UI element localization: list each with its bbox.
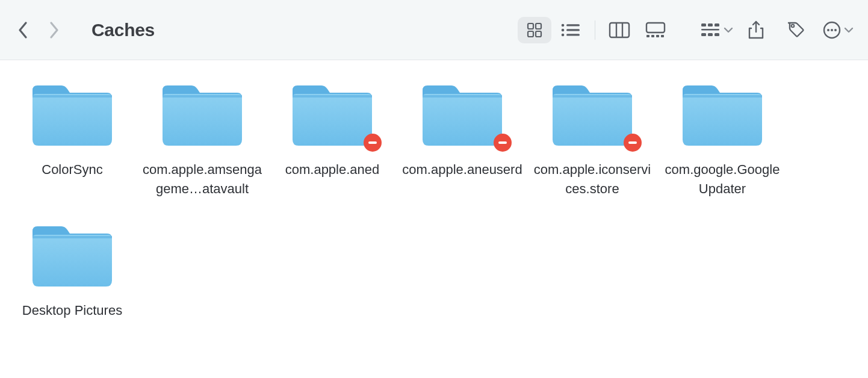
folder-icon	[678, 82, 767, 149]
toolbar: Caches	[0, 0, 868, 60]
tag-icon	[786, 20, 806, 40]
svg-rect-15	[651, 35, 654, 37]
svg-rect-0	[528, 23, 533, 29]
folder-icon	[158, 82, 247, 149]
folder-label: Desktop Pictures	[22, 301, 122, 320]
folder-icon	[28, 223, 117, 290]
folder-item[interactable]: com.apple.amsengageme…atavault	[137, 82, 267, 199]
svg-rect-16	[656, 35, 659, 37]
svg-rect-32	[163, 95, 242, 98]
svg-rect-14	[646, 35, 649, 37]
svg-rect-22	[701, 33, 706, 36]
folder-label: com.apple.aneuserd	[402, 160, 522, 179]
folder-item[interactable]: Desktop Pictures	[7, 223, 137, 320]
svg-rect-13	[646, 23, 665, 33]
svg-rect-17	[661, 35, 664, 37]
folder-label: com.apple.aned	[285, 160, 380, 179]
chevron-down-icon	[724, 26, 733, 34]
folder-item[interactable]: com.apple.aneuserd	[397, 82, 527, 199]
back-button[interactable]	[14, 22, 31, 39]
view-list-button[interactable]	[554, 17, 587, 43]
grid-icon	[525, 21, 544, 39]
svg-point-30	[834, 29, 837, 31]
folder-item[interactable]: com.apple.iconservices.store	[527, 82, 657, 199]
svg-rect-23	[708, 33, 713, 36]
svg-point-8	[562, 33, 565, 36]
window-title: Caches	[91, 20, 155, 40]
svg-point-6	[562, 28, 565, 31]
folder-icon	[548, 82, 637, 149]
no-access-badge-icon	[624, 134, 642, 152]
svg-rect-37	[33, 236, 112, 238]
divider	[595, 20, 595, 40]
folder-item[interactable]: com.apple.aned	[267, 82, 397, 199]
chevron-right-icon	[49, 21, 60, 39]
svg-rect-5	[566, 24, 580, 26]
folder-item[interactable]: com.google.GoogleUpdater	[657, 82, 787, 199]
forward-button[interactable]	[46, 22, 63, 39]
svg-rect-21	[701, 29, 719, 31]
svg-rect-7	[566, 29, 580, 31]
share-button[interactable]	[739, 17, 773, 43]
view-mode-group	[518, 17, 685, 43]
more-icon	[822, 20, 842, 40]
content-area: ColorSync com.apple.amsengageme…atavault…	[0, 60, 868, 320]
svg-point-26	[792, 24, 795, 27]
svg-point-29	[831, 29, 833, 31]
svg-rect-10	[610, 23, 629, 37]
action-menu[interactable]	[819, 17, 854, 43]
folder-icon	[28, 82, 117, 149]
folder-label: com.apple.iconservices.store	[532, 160, 653, 199]
share-icon	[747, 20, 765, 40]
svg-rect-36	[683, 95, 762, 98]
svg-rect-31	[33, 95, 112, 98]
svg-point-4	[562, 23, 565, 26]
svg-rect-33	[293, 95, 372, 98]
svg-rect-19	[708, 23, 713, 26]
group-by-menu[interactable]	[696, 17, 733, 43]
svg-rect-9	[566, 34, 580, 36]
svg-rect-20	[715, 23, 719, 26]
right-tools	[696, 17, 854, 43]
no-access-badge-icon	[494, 134, 512, 152]
svg-rect-2	[528, 31, 533, 37]
folder-icon	[418, 82, 507, 149]
group-icon	[699, 22, 721, 39]
folder-item[interactable]: ColorSync	[7, 82, 137, 199]
view-icon-button[interactable]	[518, 17, 551, 43]
view-gallery-button[interactable]	[639, 17, 672, 43]
list-icon	[560, 22, 581, 38]
svg-rect-1	[536, 23, 541, 29]
svg-point-28	[827, 29, 829, 31]
nav-group	[14, 22, 63, 39]
tags-button[interactable]	[779, 17, 813, 43]
view-column-button[interactable]	[603, 17, 636, 43]
folder-grid: ColorSync com.apple.amsengageme…atavault…	[7, 82, 868, 320]
columns-icon	[609, 22, 630, 39]
chevron-down-icon	[844, 26, 854, 34]
folder-label: ColorSync	[42, 160, 102, 179]
folder-icon	[288, 82, 377, 149]
svg-rect-3	[536, 31, 541, 37]
gallery-icon	[644, 22, 667, 39]
svg-rect-35	[553, 95, 632, 98]
svg-rect-34	[423, 95, 502, 98]
folder-label: com.google.GoogleUpdater	[662, 160, 783, 199]
svg-rect-18	[701, 23, 706, 26]
no-access-badge-icon	[364, 134, 382, 152]
svg-rect-24	[715, 33, 719, 36]
chevron-left-icon	[17, 21, 28, 39]
folder-label: com.apple.amsengageme…atavault	[142, 160, 262, 199]
